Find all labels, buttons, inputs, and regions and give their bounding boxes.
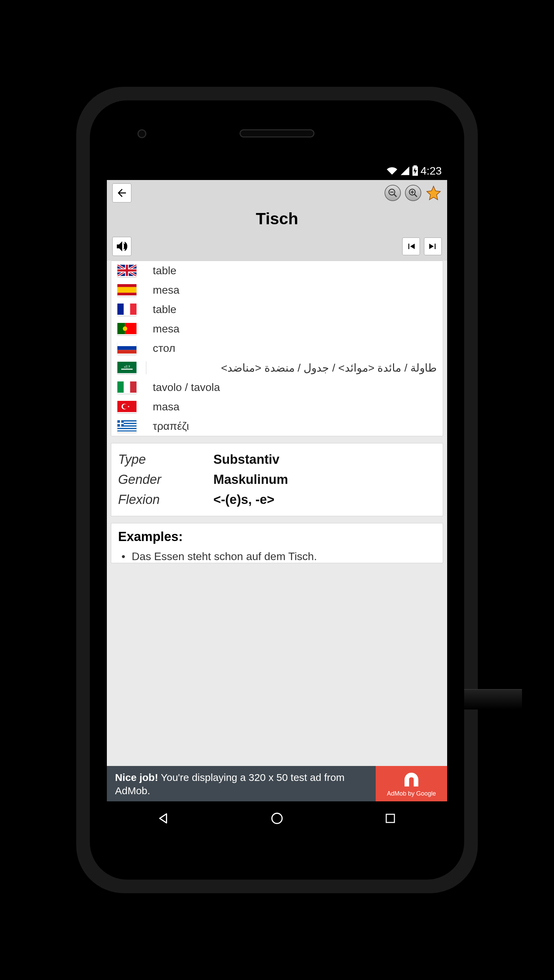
translation-text: masa — [146, 401, 179, 413]
svg-rect-18 — [118, 350, 137, 353]
skip-next-icon — [427, 241, 438, 252]
phone-frame: 4:23 Tis — [76, 87, 478, 893]
flag-gr-icon — [118, 420, 137, 433]
type-value: Substantiv — [213, 452, 279, 467]
translation-text: طاولة / مائدة <موائد> / جدول / منضدة <من… — [146, 361, 436, 374]
back-button[interactable] — [112, 183, 131, 202]
nav-recent-button[interactable] — [380, 808, 401, 829]
flag-ru-icon — [118, 342, 137, 355]
ad-bold: Nice job! — [115, 772, 158, 783]
admob-logo-icon — [402, 770, 420, 789]
gender-label: Gender — [118, 472, 213, 487]
svg-point-27 — [123, 404, 127, 409]
svg-rect-31 — [118, 426, 137, 428]
header-row-bottom — [107, 235, 447, 261]
type-label: Type — [118, 452, 213, 467]
svg-rect-23 — [124, 382, 131, 393]
translation-row[interactable]: стол — [111, 339, 443, 358]
flag-es-icon — [118, 284, 137, 296]
translation-row[interactable]: لا إلهطاولة / مائدة <موائد> / جدول / منض… — [111, 358, 443, 378]
info-row-type: Type Substantiv — [118, 450, 436, 469]
flag-pt-icon — [118, 323, 137, 335]
next-button[interactable] — [424, 237, 442, 255]
translation-row[interactable]: table — [111, 300, 443, 319]
svg-line-4 — [414, 194, 417, 197]
zoom-out-button[interactable] — [385, 185, 401, 201]
screen: 4:23 Tis — [107, 162, 447, 835]
page-title: Tisch — [107, 206, 447, 235]
content-area[interactable]: tablemesatablemesaстолلا إلهطاولة / مائد… — [107, 261, 447, 801]
android-nav-bar — [107, 801, 447, 835]
nav-home-button[interactable] — [267, 808, 287, 829]
arrow-left-icon — [116, 187, 128, 199]
example-item: Das Essen steht schon auf dem Tisch. — [118, 550, 436, 563]
info-panel: Type Substantiv Gender Maskulinum Flexio… — [111, 443, 443, 516]
status-time: 4:23 — [420, 165, 442, 177]
ad-badge: AdMob by Google — [376, 766, 447, 801]
app-header: Tisch — [107, 180, 447, 261]
svg-rect-10 — [118, 304, 124, 315]
svg-rect-35 — [118, 423, 124, 424]
cell-signal-icon — [400, 166, 410, 176]
info-row-flexion: Flexion <-(e)s, -e> — [118, 490, 436, 510]
favorite-button[interactable] — [425, 185, 442, 201]
ad-banner[interactable]: Nice job! You're displaying a 320 x 50 t… — [107, 766, 447, 801]
phone-inner: 4:23 Tis — [90, 100, 464, 880]
svg-rect-11 — [124, 304, 131, 315]
flag-gb-icon — [118, 265, 137, 277]
translation-row[interactable]: mesa — [111, 280, 443, 300]
gender-value: Maskulinum — [213, 472, 288, 487]
ad-badge-text: AdMob by Google — [387, 790, 436, 797]
svg-rect-9 — [118, 287, 137, 293]
examples-panel: Examples: Das Essen steht schon auf dem … — [111, 523, 443, 563]
speaker-grille — [240, 129, 314, 137]
zoom-in-icon — [408, 188, 418, 198]
svg-rect-32 — [118, 429, 137, 430]
status-bar: 4:23 — [107, 162, 447, 180]
battery-charging-icon — [412, 165, 419, 176]
info-row-gender: Gender Maskulinum — [118, 469, 436, 490]
translations-panel: tablemesatablemesaстолلا إلهطاولة / مائد… — [111, 261, 443, 436]
flag-fr-icon — [118, 304, 137, 316]
flexion-label: Flexion — [118, 492, 213, 507]
star-icon — [425, 185, 442, 201]
translation-row[interactable]: τραπέζι — [111, 417, 443, 436]
translation-row[interactable]: mesa — [111, 319, 443, 339]
svg-rect-37 — [386, 814, 395, 822]
translation-row[interactable]: tavolo / tavola — [111, 378, 443, 397]
square-recent-icon — [384, 812, 396, 824]
camera-dot — [137, 129, 146, 138]
nav-back-button[interactable] — [153, 808, 174, 829]
svg-rect-12 — [130, 304, 137, 315]
svg-rect-24 — [130, 382, 137, 393]
translation-text: table — [146, 303, 176, 316]
svg-rect-16 — [118, 342, 137, 346]
translation-text: τραπέζι — [146, 420, 189, 433]
examples-title: Examples: — [118, 530, 436, 544]
flexion-value: <-(e)s, -e> — [213, 492, 275, 507]
zoom-in-button[interactable] — [405, 185, 421, 201]
skip-previous-icon — [406, 241, 417, 252]
svg-point-15 — [123, 326, 127, 331]
translation-text: mesa — [146, 284, 179, 296]
flag-it-icon — [118, 382, 137, 394]
svg-text:لا إله: لا إله — [124, 365, 131, 369]
translation-text: tavolo / tavola — [146, 381, 220, 394]
svg-rect-22 — [118, 382, 124, 393]
wifi-icon — [386, 166, 398, 176]
translation-text: table — [146, 264, 176, 277]
translation-row[interactable]: masa — [111, 397, 443, 417]
speak-button[interactable] — [112, 237, 131, 256]
flag-ar-icon: لا إله — [118, 362, 137, 374]
triangle-back-icon — [157, 811, 170, 825]
translation-row[interactable]: table — [111, 261, 443, 280]
flag-tr-icon — [118, 401, 137, 413]
speaker-icon — [116, 240, 128, 253]
svg-point-36 — [272, 813, 282, 824]
circle-home-icon — [270, 811, 284, 825]
translation-text: mesa — [146, 323, 179, 335]
prev-button[interactable] — [402, 237, 420, 255]
cable-decoration — [461, 689, 522, 710]
header-row-top — [107, 180, 447, 206]
svg-line-1 — [394, 194, 397, 197]
